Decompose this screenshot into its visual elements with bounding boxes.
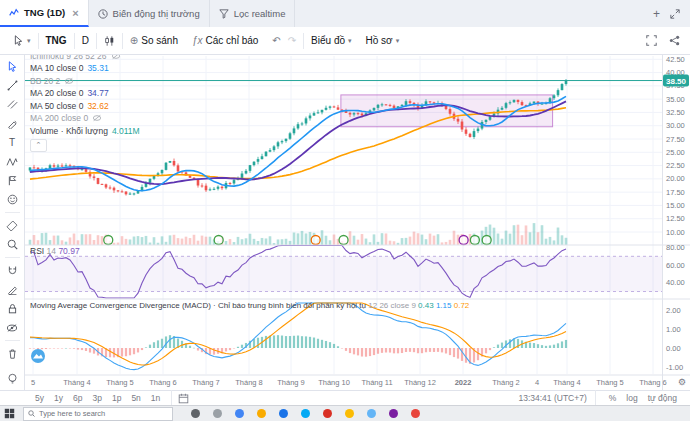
chevron-down-icon: ▾	[396, 37, 400, 45]
chart-type-button[interactable]	[97, 35, 122, 47]
measure-tool[interactable]	[4, 218, 21, 233]
magnet-tool[interactable]	[4, 263, 21, 278]
indicator-name: MA 200 close 0	[30, 112, 88, 125]
symbol-search-button[interactable]: TNG	[39, 35, 74, 46]
go-to-date-calendar-icon[interactable]	[178, 393, 189, 404]
chevron-down-icon: ▾	[348, 37, 352, 45]
taskbar-app-icon[interactable]	[367, 409, 376, 418]
event-marker[interactable]	[482, 236, 491, 245]
lock-drawings-tool[interactable]	[4, 301, 21, 316]
hide-drawings-tool[interactable]	[4, 320, 21, 335]
chart-menu-button[interactable]: Biểu đồ▾	[304, 35, 358, 46]
taskbar-app-icon[interactable]	[257, 409, 266, 418]
legend-row-ma-10[interactable]: MA 10 close 035.31	[30, 62, 435, 75]
search-icon	[28, 410, 35, 417]
chevron-down-icon: ▾	[27, 37, 31, 45]
compare-button[interactable]: ⊕ So sánh	[123, 35, 185, 46]
event-marker[interactable]	[311, 236, 320, 245]
taskbar-app-icon[interactable]	[235, 409, 244, 418]
indicators-button[interactable]: ƒx Các chỉ báo	[185, 35, 265, 46]
chart-tab-icon	[9, 8, 19, 17]
fullscreen-icon[interactable]	[646, 35, 657, 46]
tabbar-controls: +	[643, 0, 690, 27]
emoji-tool[interactable]	[4, 192, 21, 207]
taskbar-app-icon[interactable]	[411, 409, 420, 418]
expand-window-icon[interactable]	[670, 9, 680, 19]
axis-settings-gear-icon[interactable]: ⚙	[678, 377, 686, 387]
time-scale[interactable]	[25, 375, 662, 390]
event-marker[interactable]	[339, 236, 348, 245]
pattern-xabcd-tool[interactable]	[4, 154, 21, 169]
trendline-tool[interactable]	[4, 78, 21, 93]
taskbar-search-input[interactable]: Type here to search	[23, 407, 173, 421]
drawing-toolbar: T	[0, 55, 25, 390]
taskbar-app-icon[interactable]	[389, 409, 398, 418]
taskbar-app-icon[interactable]	[301, 409, 310, 418]
remove-drawings-tool[interactable]	[4, 346, 21, 361]
brush-tool[interactable]	[4, 116, 21, 131]
tab-realtime-filter[interactable]: Lọc realtime	[210, 0, 296, 27]
tab-tng-1d[interactable]: TNG (1D) ×	[0, 0, 89, 27]
event-marker[interactable]	[214, 236, 223, 245]
event-marker[interactable]	[104, 236, 113, 245]
undo-button[interactable]: ↶	[265, 35, 287, 46]
start-button[interactable]	[4, 408, 15, 419]
legend-collapse-button[interactable]: ⌃	[30, 139, 47, 152]
price-scale[interactable]	[662, 55, 690, 375]
new-tab-button[interactable]: +	[653, 7, 660, 21]
legend-row-ma-20[interactable]: MA 20 close 034.77	[30, 87, 435, 100]
legend-row-bb[interactable]: BB 20 2	[30, 75, 435, 88]
range-button-1n[interactable]: 1n	[146, 393, 165, 403]
tab-label: TNG (1D)	[24, 7, 65, 18]
scale-button-log[interactable]: log	[621, 393, 642, 403]
tab-market-movers[interactable]: Biến động thị trường	[89, 0, 210, 27]
candlestick-icon	[104, 35, 115, 47]
taskbar-app-icon[interactable]	[279, 409, 288, 418]
zoom-in-tool[interactable]	[4, 237, 21, 252]
range-button-6p[interactable]: 6p	[68, 393, 87, 403]
taskbar-app-icon[interactable]	[345, 409, 354, 418]
clock-timezone[interactable]: 13:34:41 (UTC+7)	[518, 393, 586, 403]
taskbar-app-icon[interactable]	[191, 409, 200, 418]
text-tool[interactable]: T	[4, 135, 21, 150]
cursor-tool[interactable]	[4, 59, 21, 74]
taskbar-app-icon[interactable]	[213, 409, 222, 418]
event-marker[interactable]	[470, 236, 479, 245]
ideas-lightbulb-icon[interactable]	[4, 371, 21, 386]
redo-button[interactable]: ↷	[288, 35, 303, 46]
forecast-tool[interactable]	[4, 173, 21, 188]
share-icon[interactable]	[669, 35, 680, 46]
event-marker[interactable]	[459, 236, 468, 245]
profile-menu-button[interactable]: Hồ sơ▾	[359, 35, 407, 46]
tab-bar: TNG (1D) × Biến động thị trường Lọc real…	[0, 0, 690, 28]
range-button-1y[interactable]: 1y	[49, 393, 68, 403]
search-placeholder: Type here to search	[39, 409, 105, 418]
interval-button[interactable]: D	[75, 35, 96, 46]
macd-value: 0.43	[418, 301, 434, 310]
range-button-1p[interactable]: 1p	[107, 393, 126, 403]
scale-button-tự-động[interactable]: tự động	[643, 393, 682, 403]
eye-off-icon[interactable]	[64, 77, 74, 85]
rsi-label[interactable]: RSI	[30, 246, 44, 256]
filter-icon	[219, 9, 229, 19]
range-button-3p[interactable]: 3p	[87, 393, 106, 403]
draw-mode-tool[interactable]	[4, 282, 21, 297]
range-button-5n[interactable]: 5n	[126, 393, 145, 403]
fibonacci-tool[interactable]	[4, 97, 21, 112]
fx-icon: ƒx	[192, 35, 203, 46]
legend-row-ma-200[interactable]: MA 200 close 0	[30, 112, 435, 125]
legend-row-volume-kh-i-l-ng[interactable]: Volume · Khối lượng4.011M	[30, 125, 435, 138]
taskbar-app-icon[interactable]	[323, 409, 332, 418]
market-pulse-icon	[98, 9, 108, 19]
macd-label[interactable]: Moving Average Convergence Divergence (M…	[30, 301, 366, 310]
tab-label: Biến động thị trường	[113, 8, 200, 19]
cursor-mode-button[interactable]: ▾	[6, 35, 38, 46]
range-button-5y[interactable]: 5y	[30, 393, 49, 403]
close-tab-icon[interactable]: ×	[72, 7, 78, 19]
scale-button-%[interactable]: %	[604, 393, 622, 403]
rsi-pane-label: RSI 14 70.97	[30, 246, 80, 256]
compare-plus-icon: ⊕	[130, 35, 138, 46]
indicator-value: 32.62	[87, 100, 108, 113]
eye-off-icon[interactable]	[92, 114, 102, 122]
legend-row-ma-50[interactable]: MA 50 close 032.62	[30, 100, 435, 113]
